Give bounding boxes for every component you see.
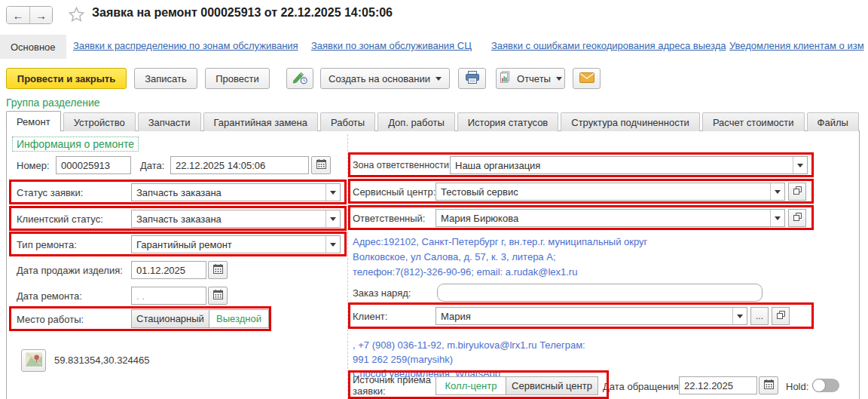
client-status-label: Клиентский статус: xyxy=(17,213,103,225)
printer-icon xyxy=(465,71,480,86)
nav-tab-main[interactable]: Основное xyxy=(0,35,66,59)
write-button[interactable]: Записать xyxy=(134,68,197,89)
responsible-label: Ответственный: xyxy=(353,213,425,224)
tab-spare-parts[interactable]: Запчасти xyxy=(138,112,201,131)
open-window-icon xyxy=(793,213,802,223)
tab-label: Структура подчиненности xyxy=(571,117,689,128)
repair-date-label: Дата ремонта: xyxy=(17,290,82,302)
dropdown-arrow-icon[interactable] xyxy=(326,210,340,227)
option-label: Выездной xyxy=(216,313,261,324)
responsibility-zone-select[interactable]: Наша организация xyxy=(450,156,808,174)
pencil-clock-icon xyxy=(292,71,308,87)
sale-date-input[interactable]: 01.12.2025 xyxy=(131,261,206,279)
back-button[interactable]: ← xyxy=(7,7,29,23)
forward-button[interactable]: → xyxy=(29,7,52,23)
open-window-icon xyxy=(793,186,802,197)
client-choose-button[interactable]: ... xyxy=(750,307,769,325)
work-place-switch: Стационарный Выездной xyxy=(131,309,269,328)
service-center-value: Тестовый сервис xyxy=(436,186,521,198)
client-open-button[interactable] xyxy=(772,307,790,325)
create-based-on-button[interactable]: Создать на основании xyxy=(320,68,450,89)
address-line: Адрес:192102, Санкт-Петербург г, вн.тер.… xyxy=(353,235,647,250)
work-place-option-onsite[interactable]: Выездной xyxy=(209,310,268,327)
tab-label: История статусов xyxy=(468,117,549,128)
nav-link-client-notifications[interactable]: Уведомления клиентам о изм xyxy=(729,40,864,51)
calendar-icon xyxy=(316,159,326,171)
tab-label: Работы xyxy=(331,117,365,128)
contact-date-label: Дата обращения: xyxy=(603,381,681,392)
service-center-label: Сервисный центр: xyxy=(353,186,436,198)
tab-subordination-structure[interactable]: Структура подчиненности xyxy=(561,112,700,131)
create-based-on-label: Создать на основании xyxy=(329,73,430,84)
sale-date-calendar-button[interactable] xyxy=(208,261,228,279)
posting-history-button[interactable] xyxy=(286,68,313,89)
toggle-knob xyxy=(812,379,826,392)
number-label: Номер: xyxy=(17,160,50,171)
address-line: Волковское, ул Салова, д. 57, к. 3, лите… xyxy=(353,250,647,265)
sale-date-label: Дата продажи изделия: xyxy=(17,265,123,276)
repair-type-select[interactable]: Гарантийный ремонт xyxy=(131,235,341,253)
request-source-option-call-center[interactable]: Колл-центр xyxy=(436,377,506,394)
dropdown-arrow-icon[interactable] xyxy=(770,183,784,200)
calendar-icon xyxy=(213,290,223,302)
nav-link-service-zones[interactable]: Заявки по зонам обслуживания СЦ xyxy=(311,40,472,51)
client-status-select[interactable]: Запчасть заказана xyxy=(131,210,341,228)
responsible-select[interactable]: Мария Бирюкова xyxy=(436,209,785,227)
tab-status-history[interactable]: История статусов xyxy=(457,112,559,131)
work-order-input[interactable] xyxy=(437,284,763,302)
tab-files[interactable]: Файлы xyxy=(807,112,859,131)
date-input[interactable]: 22.12.2025 14:05:06 xyxy=(170,156,309,174)
nav-link-distribution-zones[interactable]: Заявки к распределению по зонам обслужив… xyxy=(73,40,298,51)
reports-button[interactable]: Отчеты xyxy=(496,68,565,89)
tab-warranty-replacement[interactable]: Гарантийная замена xyxy=(203,112,318,131)
repair-info-section-link[interactable]: Информация о ремонте xyxy=(12,137,139,152)
request-status-label: Статус заявки: xyxy=(17,187,83,198)
dropdown-arrow-icon[interactable] xyxy=(326,236,340,253)
repair-date-calendar-button[interactable] xyxy=(208,287,228,305)
map-pin-icon xyxy=(26,352,42,369)
favorite-star-icon[interactable] xyxy=(68,6,85,26)
sale-date-value: 01.12.2025 xyxy=(136,265,185,276)
tab-label: Файлы xyxy=(818,117,848,128)
calendar-icon xyxy=(764,379,774,391)
dropdown-arrow-icon[interactable] xyxy=(793,157,807,173)
responsible-open-button[interactable] xyxy=(788,209,806,227)
tab-label: Запчасти xyxy=(148,117,191,128)
work-place-option-stationary[interactable]: Стационарный xyxy=(132,310,209,327)
tab-device[interactable]: Устройство xyxy=(63,112,136,131)
repair-date-input[interactable]: . . xyxy=(131,287,206,305)
write-label: Записать xyxy=(145,73,187,84)
dropdown-arrow-icon[interactable] xyxy=(770,210,784,226)
map-button[interactable] xyxy=(21,349,46,372)
post-and-close-button[interactable]: Провести и закрыть xyxy=(6,68,127,89)
tab-works[interactable]: Работы xyxy=(320,112,375,131)
hold-toggle[interactable] xyxy=(812,379,839,392)
repair-request-window: ← → Заявка на ремонт 000025913 от 22.12.… xyxy=(0,0,868,399)
tab-cost-calculation[interactable]: Расчет стоимости xyxy=(702,112,805,131)
dropdown-arrow-icon[interactable] xyxy=(326,184,340,201)
responsible-value: Мария Бирюкова xyxy=(436,213,521,224)
repair-type-label: Тип ремонта: xyxy=(17,239,77,250)
request-status-select[interactable]: Запчасть заказана xyxy=(131,183,341,201)
send-email-button[interactable] xyxy=(573,68,601,89)
date-calendar-button[interactable] xyxy=(311,156,331,174)
contact-date-input[interactable]: 22.12.2025 xyxy=(679,376,757,394)
post-button[interactable]: Провести xyxy=(205,68,270,89)
post-label: Провести xyxy=(215,73,259,84)
dropdown-arrow-icon[interactable] xyxy=(732,308,747,324)
print-button[interactable] xyxy=(458,68,486,89)
repair-date-value: . . xyxy=(136,290,145,302)
nav-link-geocoding-errors[interactable]: Заявки с ошибками геокодирования адреса … xyxy=(491,40,726,51)
request-source-label-line2: заявки: xyxy=(353,385,431,397)
option-label: Сервисный центр xyxy=(512,380,592,391)
service-center-open-button[interactable] xyxy=(788,183,806,201)
number-input[interactable]: 000025913 xyxy=(56,156,131,174)
tab-additional-works[interactable]: Доп. работы xyxy=(377,112,455,131)
tab-label: Ремонт xyxy=(17,116,50,127)
tab-repair[interactable]: Ремонт xyxy=(6,111,61,131)
option-label: Колл-центр xyxy=(445,380,497,391)
client-select[interactable]: Мария xyxy=(436,307,747,325)
request-source-option-service-center[interactable]: Сервисный центр xyxy=(506,377,598,394)
contact-date-calendar-button[interactable] xyxy=(759,376,778,394)
service-center-select[interactable]: Тестовый сервис xyxy=(436,183,785,201)
